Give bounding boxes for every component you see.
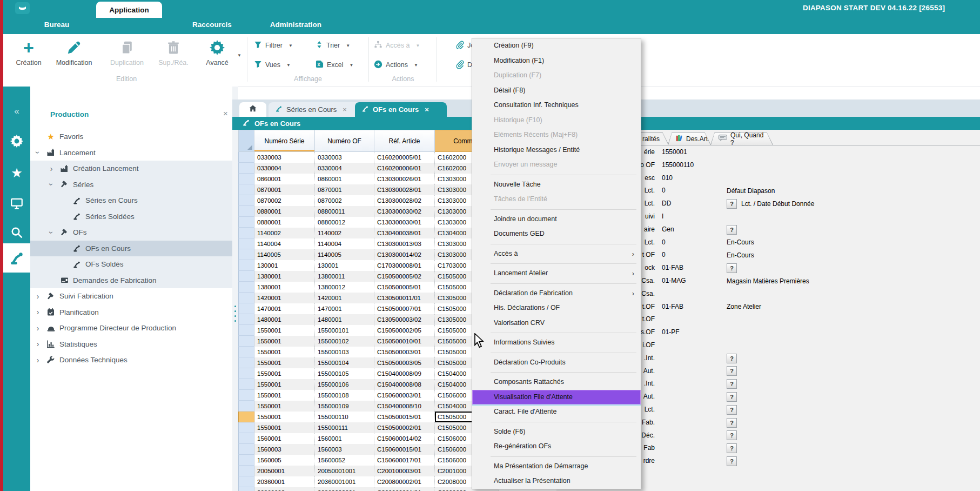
production-module-icon[interactable] bbox=[3, 243, 30, 273]
collapse-panel-icon[interactable]: « bbox=[3, 106, 30, 117]
search-icon[interactable] bbox=[3, 226, 30, 241]
cell[interactable]: 1420001 bbox=[254, 293, 315, 303]
menu-item-creation-f9[interactable]: Création (F9) bbox=[472, 38, 641, 54]
row-selector-cell[interactable] bbox=[238, 347, 254, 357]
menu-item-acces-a[interactable]: Accès à› bbox=[472, 247, 641, 262]
row-selector-cell[interactable] bbox=[238, 455, 254, 466]
cell[interactable]: C150500003/05 bbox=[374, 357, 435, 368]
help-button[interactable]: ? bbox=[727, 366, 737, 376]
cell[interactable]: 155000109 bbox=[315, 401, 374, 412]
help-button[interactable]: ? bbox=[727, 379, 737, 389]
nav-panel-close-icon[interactable]: × bbox=[223, 109, 228, 118]
menu-item-declaration-de-fabrication[interactable]: Déclaration de Fabrication› bbox=[472, 286, 641, 301]
menu-tab-application[interactable]: Application bbox=[96, 2, 162, 18]
tab-home[interactable] bbox=[239, 102, 266, 117]
table-row[interactable]: 1550001155000110C150500015/01C1505000 bbox=[238, 412, 499, 422]
avance-dropdown-arrow[interactable]: ▼ bbox=[234, 49, 241, 59]
tree-caret-icon[interactable]: › bbox=[33, 146, 42, 159]
help-button[interactable]: ? bbox=[727, 405, 737, 415]
cell[interactable]: 1470001 bbox=[315, 303, 374, 314]
menu-tab-administration[interactable]: Administration bbox=[259, 21, 332, 29]
row-selector-cell[interactable] bbox=[238, 238, 254, 249]
creation-button[interactable]: + Création bbox=[8, 37, 49, 73]
row-selector-cell[interactable] bbox=[238, 401, 254, 412]
sidebar-item-ofs-en-cours[interactable]: ›OFs en Cours bbox=[30, 241, 232, 257]
column-header-numero-of[interactable]: Numéro OF bbox=[315, 130, 374, 152]
cell[interactable]: C130300028/01 bbox=[374, 184, 435, 195]
cell[interactable]: 1480001 bbox=[254, 314, 315, 325]
cell[interactable]: C150500005/01 bbox=[374, 282, 435, 293]
column-header-numero-serie[interactable]: Numéro Série bbox=[254, 130, 315, 152]
sidebar-item-ofs-soldes[interactable]: ›OFs Soldés bbox=[30, 256, 232, 273]
cell[interactable]: C130500003/02 bbox=[374, 314, 435, 325]
cell[interactable]: 20050001001 bbox=[315, 466, 374, 476]
panel-splitter[interactable] bbox=[232, 87, 238, 491]
tree-caret-icon[interactable]: › bbox=[47, 178, 56, 191]
help-button[interactable]: ? bbox=[727, 430, 737, 440]
table-row[interactable]: 1550001155000103C150500003/01C1505000 bbox=[238, 347, 499, 357]
cell[interactable]: 155000111 bbox=[315, 422, 374, 433]
cell[interactable]: C150500002/01 bbox=[374, 422, 435, 433]
table-row[interactable]: 03300040330004C160200006/01C1602000 bbox=[238, 163, 499, 174]
sidebar-item-programme-directeur-de-production[interactable]: ›Programme Directeur de Production bbox=[30, 320, 232, 336]
cell[interactable]: 20360001 bbox=[254, 476, 315, 487]
table-row[interactable]: 088000108800011C130300030/02C1303000 bbox=[238, 206, 499, 217]
table-row[interactable]: 08700010870001C130300028/01C1303000 bbox=[238, 184, 499, 195]
cell[interactable]: 155000110 bbox=[315, 412, 374, 422]
table-row[interactable]: 08700020870002C130300028/02C1303000 bbox=[238, 195, 499, 206]
row-selector-cell[interactable] bbox=[238, 163, 254, 174]
menu-tab-raccourcis[interactable]: Raccourcis bbox=[184, 21, 240, 29]
cell[interactable]: 0330004 bbox=[254, 163, 315, 174]
cell[interactable]: C130400038/01 bbox=[374, 228, 435, 238]
row-selector-cell[interactable] bbox=[238, 282, 254, 293]
menu-item-informations-suivies[interactable]: Informations Suivies bbox=[472, 335, 641, 350]
menu-item-caract-file-d-attente[interactable]: Caract. File d'Attente bbox=[472, 404, 641, 420]
sidebar-item-suivi-fabrication[interactable]: ›Suivi Fabrication bbox=[30, 288, 232, 304]
cell[interactable]: 0870002 bbox=[254, 195, 315, 206]
cell[interactable]: 0860001 bbox=[315, 174, 374, 184]
cell[interactable]: C130300028/02 bbox=[374, 195, 435, 206]
close-icon[interactable]: × bbox=[343, 105, 347, 114]
detail-tab-des-art[interactable]: Des.Art. bbox=[668, 132, 711, 145]
cell[interactable]: 155000103 bbox=[315, 347, 374, 357]
table-row[interactable]: 130001130001C170300008/01C1703000 bbox=[238, 260, 499, 271]
table-row[interactable]: 08600010860001C130300026/01C1303000 bbox=[238, 174, 499, 184]
table-row[interactable]: 156000515600052C150600017/01C1506000 bbox=[238, 455, 499, 466]
table-row[interactable]: 1550001155000108C150600003/01C1506000 bbox=[238, 390, 499, 401]
row-selector-cell[interactable] bbox=[238, 325, 254, 336]
cell[interactable]: C130300030/02 bbox=[374, 206, 435, 217]
tree-caret-icon[interactable]: › bbox=[47, 226, 56, 239]
cell[interactable]: 1550001 bbox=[254, 357, 315, 368]
acces-a-button[interactable]: Accès à ▼ bbox=[374, 39, 424, 51]
sidebar-item-creation-lancement[interactable]: ›Création Lancement bbox=[30, 161, 232, 177]
help-button[interactable]: ? bbox=[727, 456, 737, 466]
tree-caret-icon[interactable]: › bbox=[31, 308, 44, 316]
menu-item-nouvelle-tache[interactable]: Nouvelle Tâche bbox=[472, 177, 641, 193]
cell[interactable]: 0870002 bbox=[315, 195, 374, 206]
cell[interactable]: 1470001 bbox=[254, 303, 315, 314]
cell[interactable]: 1560001 bbox=[315, 433, 374, 444]
cell[interactable]: C150600003/01 bbox=[374, 390, 435, 401]
cell[interactable]: 1140002 bbox=[254, 228, 315, 238]
cell[interactable]: 1380001 bbox=[254, 271, 315, 282]
favorites-star-icon[interactable]: ★ bbox=[3, 165, 30, 181]
sidebar-item-series[interactable]: ›Séries bbox=[30, 177, 232, 193]
table-row[interactable]: 14700011470001C150500007/01C1505000 bbox=[238, 303, 499, 314]
cell[interactable]: C200900001/01 bbox=[374, 487, 435, 491]
menu-item-visualisation-file-d-attente[interactable]: Visualisation File d'Attente bbox=[472, 390, 641, 405]
cell[interactable]: C160200006/01 bbox=[374, 163, 435, 174]
row-selector-cell[interactable] bbox=[238, 271, 254, 282]
table-row[interactable]: 14800011480001C130500003/02C1305000 bbox=[238, 314, 499, 325]
row-selector-cell[interactable] bbox=[238, 206, 254, 217]
menu-item-documents-ged[interactable]: Documents GED bbox=[472, 227, 641, 242]
row-selector-cell[interactable] bbox=[238, 476, 254, 487]
cell[interactable]: C130300013/03 bbox=[374, 238, 435, 249]
cell[interactable]: 1140005 bbox=[315, 249, 374, 260]
tree-caret-icon[interactable]: › bbox=[45, 164, 58, 173]
cell[interactable]: 1140004 bbox=[254, 238, 315, 249]
sidebar-item-demandes-de-fabrication[interactable]: ›Demandes de Fabrication bbox=[30, 273, 232, 289]
cell[interactable]: C150500007/01 bbox=[374, 303, 435, 314]
menu-item-lancement-atelier[interactable]: Lancement Atelier› bbox=[472, 266, 641, 281]
cell[interactable]: C150600017/01 bbox=[374, 455, 435, 466]
cell[interactable]: 1560003 bbox=[254, 444, 315, 455]
